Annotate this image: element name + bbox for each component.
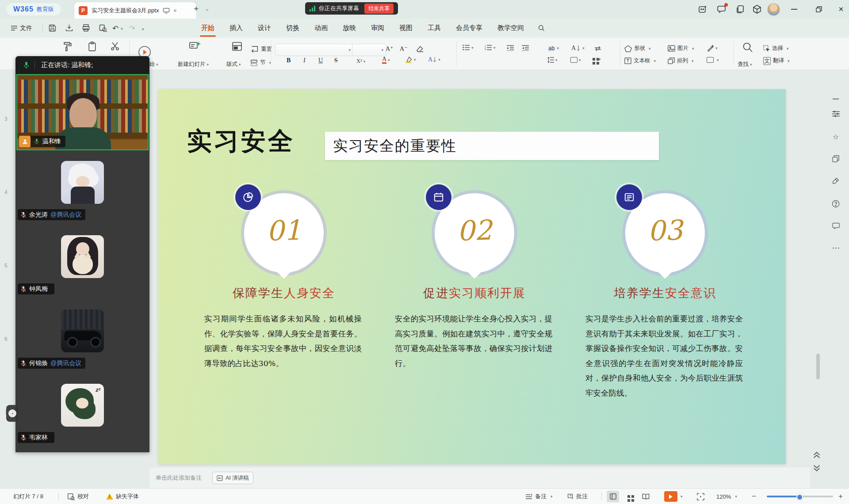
layers-icon[interactable]: [830, 153, 841, 164]
increase-indent-button[interactable]: [522, 45, 529, 51]
redo-button[interactable]: ↷: [129, 24, 135, 33]
next-slide-button[interactable]: [813, 464, 821, 472]
ai-assistant-icon[interactable]: [698, 4, 708, 15]
vertical-scrollbar[interactable]: [816, 354, 820, 379]
notes-toggle-button[interactable]: 备注▾: [525, 489, 553, 504]
print-icon[interactable]: [81, 23, 91, 33]
picture-button[interactable]: 图片▾: [668, 45, 694, 52]
convert-icon[interactable]: [594, 46, 601, 51]
wps-logo[interactable]: W365 教育版: [6, 3, 61, 15]
reading-view-button[interactable]: [639, 491, 652, 502]
file-menu-button[interactable]: 文件: [11, 19, 32, 38]
zoom-out-button[interactable]: −: [752, 489, 756, 504]
slide-subtitle-box[interactable]: 实习安全的重要性: [325, 132, 659, 160]
quickbar-chevron-icon[interactable]: ▾: [142, 27, 144, 31]
normal-view-button[interactable]: [607, 491, 619, 502]
new-tab-button[interactable]: +: [194, 4, 199, 14]
font-size-select[interactable]: ▾: [352, 44, 386, 56]
user-avatar[interactable]: [767, 3, 780, 16]
ai-speech-button[interactable]: AI 演讲稿: [212, 472, 253, 484]
paragraph-settings-button[interactable]: ▾: [570, 57, 581, 63]
zoom-in-button[interactable]: +: [838, 489, 843, 504]
cube-icon[interactable]: [752, 4, 762, 15]
zoom-slider-handle[interactable]: [796, 494, 803, 500]
windows-stack-icon[interactable]: [735, 4, 746, 15]
document-tab[interactable]: P 实习安全主题班会3月.pptx: [74, 2, 196, 19]
new-slide-button[interactable]: 新建幻灯片▾: [178, 61, 209, 68]
columns-button[interactable]: ▾: [593, 57, 601, 61]
shapes-button[interactable]: 形状▾: [624, 45, 651, 52]
tab-home[interactable]: 开始: [194, 19, 222, 38]
floating-widget[interactable]: ◔: [6, 405, 18, 422]
window-close-button[interactable]: ✕: [835, 5, 847, 13]
clear-format-icon[interactable]: [416, 45, 424, 53]
undo-button[interactable]: ↶▾: [112, 24, 123, 33]
meeting-video-panel[interactable]: 正在讲话: 温和锋; 温和锋 余光涛 @腾讯会议: [15, 56, 149, 452]
numbered-list-button[interactable]: 123 ▾: [485, 45, 496, 50]
textbox-button[interactable]: 文本框▾: [624, 57, 656, 65]
tab-view[interactable]: 视图: [392, 19, 420, 38]
window-restore-button[interactable]: [813, 5, 825, 13]
play-slideshow-button[interactable]: [664, 491, 677, 502]
column-body-text[interactable]: 实习期间学生面临诸多未知风险，如机械操作、化学实验等，保障人身安全是首要任务。据…: [204, 312, 362, 371]
settings-sliders-icon[interactable]: [830, 108, 841, 119]
proofread-button[interactable]: 校对: [67, 489, 89, 504]
participant-tile[interactable]: 何锦焕 @腾讯会议: [15, 299, 149, 373]
italic-button[interactable]: I: [303, 57, 306, 64]
font-color-button[interactable]: A▾: [382, 56, 390, 64]
column-body-text[interactable]: 安全的实习环境能让学生全身心投入实习，提高实习质量。例如在建筑实习中，遵守安全规…: [395, 312, 552, 371]
column-heading[interactable]: 促进实习顺利开展: [382, 285, 567, 301]
tab-design[interactable]: 设计: [250, 19, 279, 38]
strikethrough-button[interactable]: S: [334, 57, 338, 64]
tab-animation[interactable]: 动画: [307, 19, 335, 38]
underline-button[interactable]: U: [318, 57, 323, 64]
zoom-slider[interactable]: [767, 496, 833, 497]
help-icon[interactable]: [830, 199, 841, 209]
tab-slideshow[interactable]: 放映: [335, 19, 363, 38]
tab-list-chevron-icon[interactable]: ⌄: [205, 6, 209, 12]
text-effects-button[interactable]: A ▾: [428, 56, 440, 63]
line-spacing-button[interactable]: ▾: [547, 57, 558, 63]
save-icon[interactable]: [48, 23, 57, 33]
decrease-indent-button[interactable]: [507, 45, 514, 51]
more-icon[interactable]: ⋯: [830, 243, 841, 253]
participant-tile[interactable]: 余光涛 @腾讯会议: [15, 150, 149, 225]
participant-tile[interactable]: zᶻ 韦家林: [15, 373, 149, 447]
increase-font-size-button[interactable]: A⁺: [386, 45, 394, 53]
find-button[interactable]: 查找▾: [738, 61, 752, 68]
font-name-select[interactable]: ▾: [275, 44, 354, 56]
highlight-color-button[interactable]: ▾: [405, 56, 416, 63]
column-body-text[interactable]: 实习是学生步入社会前的重要过渡，培养安全意识有助于其未来职业发展。如在工厂实习，…: [585, 312, 743, 401]
notes-bar[interactable]: 单击此处添加备注 AI 演讲稿: [149, 467, 810, 489]
reset-button[interactable]: 重置: [250, 45, 272, 53]
tab-teaching-space[interactable]: 教学空间: [490, 19, 532, 38]
play-slideshow-control[interactable]: ▾: [664, 489, 683, 504]
output-icon[interactable]: [65, 23, 74, 33]
slide-layout-icon[interactable]: [231, 41, 243, 53]
notes-placeholder[interactable]: 单击此处添加备注: [156, 474, 202, 482]
print-preview-icon[interactable]: [98, 23, 107, 33]
slide-canvas[interactable]: 实习安全 实习安全的重要性 01 保障学生人身安全 实习期间学生面临诸多未知风险…: [158, 89, 786, 464]
slide-main-title[interactable]: 实习安全: [187, 125, 295, 158]
comments-toggle-button[interactable]: 批注: [567, 489, 588, 504]
slide-layout-button[interactable]: 版式▾: [226, 61, 241, 68]
calendar-icon[interactable]: [426, 184, 451, 210]
ribbon-search-icon[interactable]: [538, 24, 545, 32]
superscript-button[interactable]: X²▾: [356, 58, 365, 65]
column-heading[interactable]: 培养学生安全意识: [572, 285, 758, 301]
fit-slide-button[interactable]: [697, 489, 704, 504]
speaker-video-tile[interactable]: 温和锋: [16, 74, 149, 150]
bullet-list-button[interactable]: ▾: [463, 45, 474, 50]
cut-icon[interactable]: [110, 41, 120, 52]
tab-membership[interactable]: 会员专享: [448, 19, 490, 38]
select-button[interactable]: 选择▾: [763, 45, 789, 52]
comment-icon[interactable]: [830, 221, 841, 231]
participant-tile[interactable]: 钟凤梅: [15, 225, 149, 299]
star-icon[interactable]: ☆: [830, 131, 841, 142]
window-minimize-button[interactable]: [788, 5, 800, 13]
messages-icon[interactable]: [716, 4, 727, 15]
previous-slide-button[interactable]: [813, 451, 821, 459]
smart-beautify-button[interactable]: ▾: [707, 45, 718, 52]
stop-share-button[interactable]: 结束共享: [364, 4, 394, 14]
decrease-font-size-button[interactable]: A⁻: [400, 45, 408, 53]
